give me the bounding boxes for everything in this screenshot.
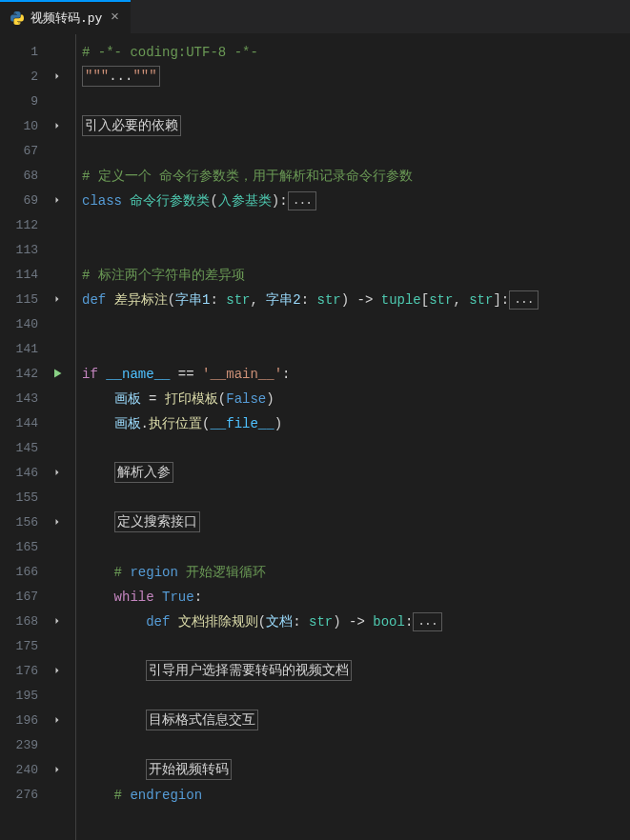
line-number: 168 xyxy=(0,610,48,634)
code-line[interactable] xyxy=(82,139,630,164)
token: __file__ xyxy=(210,416,274,431)
fold-empty xyxy=(48,337,75,362)
code-line[interactable]: # endregion xyxy=(82,783,630,808)
token: : xyxy=(293,614,309,630)
code-line[interactable]: # 标注两个字符串的差异项 xyxy=(82,263,630,288)
code-line[interactable]: while True: xyxy=(82,585,630,610)
token xyxy=(98,367,106,382)
token: 差异标注 xyxy=(114,292,168,308)
line-number: 196 xyxy=(0,709,48,733)
code-line[interactable] xyxy=(82,337,630,362)
run-glyph-icon[interactable] xyxy=(48,362,75,387)
fold-empty xyxy=(48,213,75,238)
code-line[interactable] xyxy=(82,90,630,114)
code-line[interactable]: # -*- coding:UTF-8 -*- xyxy=(82,40,630,65)
fold-chevron-icon[interactable] xyxy=(48,461,75,486)
token: if xyxy=(82,367,98,382)
line-number: 145 xyxy=(0,436,48,461)
fold-chevron-icon[interactable] xyxy=(48,659,75,684)
code-line[interactable]: 解析入参 xyxy=(82,461,630,486)
token: ) xyxy=(266,391,274,407)
code-line[interactable]: 画板.执行位置(__file__) xyxy=(82,411,630,436)
token xyxy=(154,590,162,605)
fold-chevron-icon[interactable] xyxy=(48,709,75,733)
code-line[interactable]: if __name__ == '__main__': xyxy=(82,362,630,387)
editor-tab[interactable]: 视频转码.py × xyxy=(0,0,131,33)
folded-region[interactable]: 引导用户选择需要转码的视频文档 xyxy=(146,660,352,681)
code-line[interactable]: 定义搜索接口 xyxy=(82,510,630,535)
fold-empty xyxy=(48,634,75,659)
fold-empty xyxy=(48,733,75,758)
code-line[interactable] xyxy=(82,486,630,510)
code-line[interactable]: class 命令行参数类(入参基类):... xyxy=(82,189,630,213)
code-line[interactable]: # region 开始逻辑循环 xyxy=(82,560,630,585)
token: # xyxy=(114,788,131,803)
folded-ellipsis[interactable]: ... xyxy=(413,612,441,631)
code-line[interactable]: 画板 = 打印模板(False) xyxy=(82,387,630,411)
folded-region[interactable]: 解析入参 xyxy=(114,462,173,483)
line-number: 142 xyxy=(0,362,48,387)
folded-ellipsis[interactable]: ... xyxy=(288,191,316,210)
line-number: 175 xyxy=(0,634,48,659)
fold-chevron-icon[interactable] xyxy=(48,114,75,139)
token: 字串2 xyxy=(266,292,300,308)
line-number: 141 xyxy=(0,337,48,362)
line-number: 112 xyxy=(0,213,48,238)
fold-chevron-icon[interactable] xyxy=(48,65,75,90)
fold-empty xyxy=(48,387,75,411)
token: == xyxy=(170,367,202,382)
token: str xyxy=(429,292,453,308)
code-content[interactable]: # -*- coding:UTF-8 -*-"""..."""引入必要的依赖# … xyxy=(76,34,630,840)
code-line[interactable]: def 文档排除规则(文档: str) -> bool:... xyxy=(82,610,630,634)
line-number: 1 xyxy=(0,40,48,65)
close-icon[interactable]: × xyxy=(108,10,121,26)
token: region xyxy=(130,565,177,580)
code-line[interactable] xyxy=(82,213,630,238)
token: : xyxy=(194,590,202,605)
folded-region[interactable]: 开始视频转码 xyxy=(146,759,232,780)
code-line[interactable] xyxy=(82,684,630,709)
fold-empty xyxy=(48,684,75,709)
code-line[interactable] xyxy=(82,634,630,659)
line-number: 165 xyxy=(0,535,48,560)
fold-empty xyxy=(48,263,75,288)
fold-chevron-icon[interactable] xyxy=(48,510,75,535)
token: endregion xyxy=(130,788,202,803)
line-number: 67 xyxy=(0,139,48,164)
code-line[interactable]: 开始视频转码 xyxy=(82,758,630,783)
folded-region[interactable]: 定义搜索接口 xyxy=(114,511,200,532)
code-line[interactable]: 目标格式信息交互 xyxy=(82,709,630,733)
folded-region[interactable]: """...""" xyxy=(82,66,160,87)
code-line[interactable]: 引入必要的依赖 xyxy=(82,114,630,139)
token: __name__ xyxy=(106,367,170,382)
fold-empty xyxy=(48,238,75,263)
token: : xyxy=(282,367,290,382)
line-number: 276 xyxy=(0,783,48,808)
fold-empty xyxy=(48,139,75,164)
fold-empty xyxy=(48,560,75,585)
code-line[interactable] xyxy=(82,312,630,337)
token: # -*- coding:UTF-8 -*- xyxy=(82,45,258,60)
code-line[interactable]: def 差异标注(字串1: str, 字串2: str) -> tuple[st… xyxy=(82,288,630,312)
token: : xyxy=(210,292,226,308)
folded-region[interactable]: 目标格式信息交互 xyxy=(146,710,258,730)
token: ( xyxy=(210,193,217,209)
line-number: 113 xyxy=(0,238,48,263)
code-line[interactable] xyxy=(82,733,630,758)
code-editor[interactable]: 1291067686911211311411514014114214314414… xyxy=(0,34,630,840)
code-line[interactable] xyxy=(82,436,630,461)
folded-ellipsis[interactable]: ... xyxy=(509,290,538,310)
folded-region[interactable]: 引入必要的依赖 xyxy=(82,115,181,136)
code-line[interactable]: """...""" xyxy=(82,65,630,90)
python-icon xyxy=(10,10,25,26)
code-line[interactable] xyxy=(82,238,630,263)
code-line[interactable] xyxy=(82,535,630,560)
fold-chevron-icon[interactable] xyxy=(48,610,75,634)
fold-chevron-icon[interactable] xyxy=(48,758,75,783)
fold-chevron-icon[interactable] xyxy=(48,189,75,213)
fold-chevron-icon[interactable] xyxy=(48,288,75,312)
code-line[interactable]: 引导用户选择需要转码的视频文档 xyxy=(82,659,630,684)
token: : xyxy=(301,292,317,308)
tab-bar: 视频转码.py × xyxy=(0,0,630,34)
code-line[interactable]: # 定义一个 命令行参数类，用于解析和记录命令行参数 xyxy=(82,164,630,189)
